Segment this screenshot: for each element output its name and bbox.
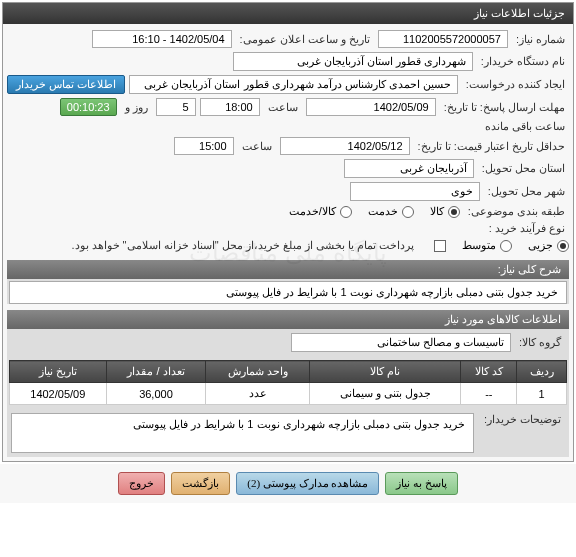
category-both-label: کالا/خدمت [289,205,336,218]
category-service-label: خدمت [368,205,398,218]
description-text: خرید جدول بتنی دمبلی بازارچه شهرداری نوب… [9,281,567,304]
exit-button[interactable]: خروج [118,472,165,495]
items-header: اطلاعات کالاهای مورد نیاز [7,310,569,329]
radio-icon [500,240,512,252]
cell-row: 1 [517,383,567,405]
reply-button[interactable]: پاسخ به نیاز [385,472,458,495]
days-remaining: 5 [156,98,196,116]
deadline-time: 18:00 [200,98,260,116]
remaining-label: ساعت باقی مانده [481,120,569,133]
need-number-value: 1102005572000057 [378,30,508,48]
cell-unit: عدد [206,383,310,405]
countdown-time: 00:10:23 [60,98,117,116]
need-number-label: شماره نیاز: [512,33,569,46]
days-label: روز و [121,101,152,114]
panel-title: جزئیات اطلاعات نیاز [3,3,573,24]
cell-qty: 36,000 [106,383,206,405]
payment-note: پرداخت تمام یا بخشی از مبلغ خرید،از محل … [67,239,418,252]
radio-icon [340,206,352,218]
deadline-date: 1402/05/09 [306,98,436,116]
creator-value: حسین احمدی کارشناس درآمد شهرداری قطور اس… [129,75,458,94]
category-both-radio[interactable]: کالا/خدمت [289,205,352,218]
radio-icon [557,240,569,252]
deadline-time-label: ساعت [264,101,302,114]
process-partial-label: جزیی [528,239,553,252]
details-panel: جزئیات اطلاعات نیاز شماره نیاز: 11020055… [2,2,574,462]
view-docs-button[interactable]: مشاهده مدارک پیوستی (2) [236,472,379,495]
buyer-org-label: نام دستگاه خریدار: [477,55,569,68]
validity-time: 15:00 [174,137,234,155]
cell-date: 1402/05/09 [10,383,107,405]
cell-code: -- [461,383,517,405]
creator-label: ایجاد کننده درخواست: [462,78,569,91]
category-label: طبقه بندی موضوعی: [464,205,569,218]
buyer-org-value: شهرداری قطور استان آذربایجان غربی [233,52,473,71]
th-name: نام کالا [310,361,461,383]
th-qty: تعداد / مقدار [106,361,206,383]
province-label: استان محل تحویل: [478,162,569,175]
radio-icon [402,206,414,218]
deadline-label: مهلت ارسال پاسخ: تا تاریخ: [440,101,569,114]
radio-icon [448,206,460,218]
contact-buyer-button[interactable]: اطلاعات تماس خریدار [7,75,125,94]
group-value: تاسیسات و مصالح ساختمانی [291,333,511,352]
buyer-notes-text: خرید جدول بتنی دمبلی بازارچه شهرداری نوب… [11,413,474,453]
footer-buttons: پاسخ به نیاز مشاهده مدارک پیوستی (2) باز… [0,464,576,503]
category-goods-radio[interactable]: کالا [430,205,460,218]
province-value: آذربایجان غربی [344,159,474,178]
process-medium-label: متوسط [462,239,496,252]
back-button[interactable]: بازگشت [171,472,230,495]
th-unit: واحد شمارش [206,361,310,383]
validity-label: حداقل تاریخ اعتبار قیمت: تا تاریخ: [414,140,569,153]
city-label: شهر محل تحویل: [484,185,569,198]
process-label: نوع فرآیند خرید : [485,222,569,235]
announce-label: تاریخ و ساعت اعلان عمومی: [236,33,374,46]
category-goods-label: کالا [430,205,444,218]
cell-name: جدول بتنی و سیمانی [310,383,461,405]
payment-checkbox[interactable] [434,240,446,252]
validity-time-label: ساعت [238,140,276,153]
th-row: ردیف [517,361,567,383]
category-service-radio[interactable]: خدمت [368,205,414,218]
city-value: خوی [350,182,480,201]
table-row: 1 -- جدول بتنی و سیمانی عدد 36,000 1402/… [10,383,567,405]
th-date: تاریخ نیاز [10,361,107,383]
process-partial-radio[interactable]: جزیی [528,239,569,252]
description-header: شرح کلی نیاز: [7,260,569,279]
announce-value: 1402/05/04 - 16:10 [92,30,232,48]
validity-date: 1402/05/12 [280,137,410,155]
th-code: کد کالا [461,361,517,383]
items-table: ردیف کد کالا نام کالا واحد شمارش تعداد /… [9,360,567,405]
group-label: گروه کالا: [515,336,565,349]
buyer-notes-label: توضیحات خریدار: [480,413,565,426]
process-medium-radio[interactable]: متوسط [462,239,512,252]
